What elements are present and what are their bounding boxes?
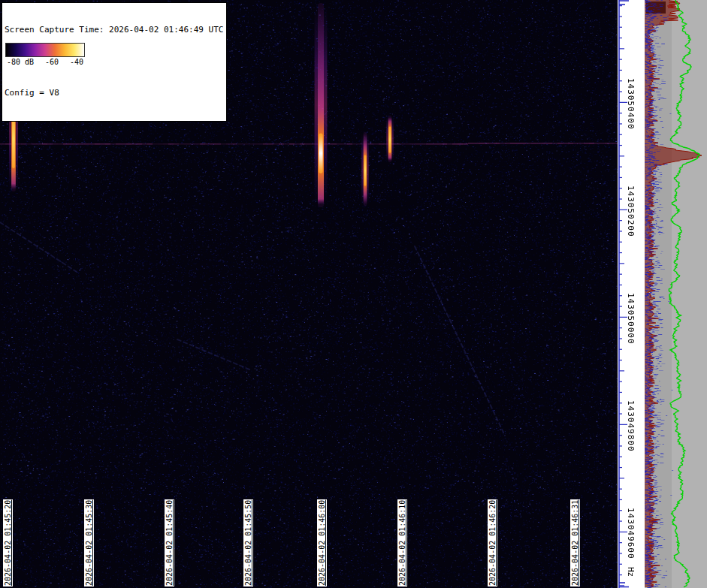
capture-time-text: Screen Capture Time: 2026-04-02 01:46:49… (5, 25, 223, 35)
scale-min-label: -80 dB (7, 57, 34, 67)
time-tick-label: 2026-04-02 01:45:20 (3, 499, 13, 586)
frequency-tick-label: 143049600 (626, 508, 636, 559)
frequency-tick-label: 143049800 (626, 400, 636, 452)
time-tick-label: 2026-04-02 01:45:50 (243, 499, 253, 586)
scale-mid-label: -60 (45, 57, 59, 67)
frequency-tick-label: 143050000 (626, 293, 636, 345)
intensity-color-scale: -80 dB -60 -40 (5, 42, 86, 68)
frequency-unit-label: Hz (626, 567, 636, 577)
scale-max-label: -40 (70, 57, 83, 67)
live-spectrum-panel (645, 0, 707, 588)
time-tick-label: 2026-04-02 01:45:30 (84, 499, 94, 586)
spectrum-lab-capture: Screen Capture Time: 2026-04-02 01:46:49… (0, 0, 707, 588)
time-tick-label: 2026-04-02 01:46:31 (570, 499, 580, 586)
frequency-tick-label: 143050400 (626, 78, 636, 130)
frequency-tick-label: 143050200 (626, 185, 636, 237)
time-tick-label: 2026-04-02 01:46:10 (397, 499, 407, 586)
color-gradient-bar (5, 43, 85, 57)
color-scale-labels: -80 dB -60 -40 (5, 57, 85, 67)
frequency-axis: 1430504001430502001430500001430498001430… (618, 0, 645, 588)
config-text: Config = V8 (5, 88, 223, 98)
time-tick-label: 2026-04-02 01:45:40 (165, 499, 174, 586)
time-tick-label: 2026-04-02 01:46:20 (488, 499, 497, 586)
time-tick-label: 2026-04-02 01:46:00 (317, 499, 327, 586)
